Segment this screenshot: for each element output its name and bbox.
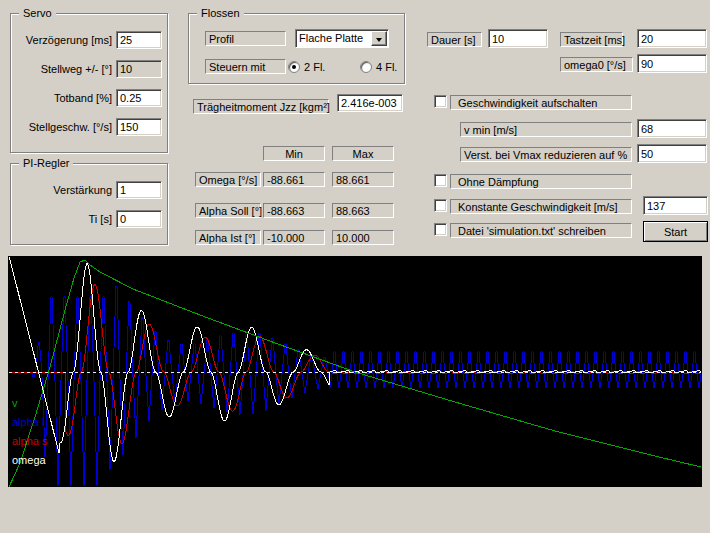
radio-2fl[interactable]: [288, 61, 300, 73]
radio-2fl-label[interactable]: 2 Fl.: [304, 61, 325, 74]
profil-label: Profil: [205, 31, 286, 46]
stellweg-input: [116, 60, 162, 78]
totband-label: Totband [%]: [8, 92, 112, 105]
pi-regler-group: PI-Regler: [10, 163, 168, 245]
verst-label: Verst. bei Vmax reduzieren auf %: [460, 147, 632, 162]
traegheitmoment-input[interactable]: [337, 94, 403, 112]
verzoegerung-label: Verzögerung [ms]: [8, 34, 112, 47]
alpha-ist-max-value: 10.000: [332, 230, 394, 245]
alpha-soll-min-value: -88.663: [263, 203, 325, 218]
servo-group-title: Servo: [19, 7, 56, 20]
profil-dropdown-value: Flache Platte: [299, 32, 363, 45]
datei-checkbox-label[interactable]: Datei 'simulation.txt' schreiben: [450, 223, 632, 238]
ti-label: Ti [s]: [8, 213, 112, 226]
simulation-plot: valpha ialpha somega: [8, 256, 702, 487]
geschwindigkeit-checkbox-label[interactable]: Geschwindigkeit aufschalten: [450, 95, 632, 110]
flossen-group-title: Flossen: [197, 7, 244, 20]
omega0-label: omega0 [°/s]: [560, 57, 633, 72]
verzoegerung-input[interactable]: [116, 31, 162, 49]
vmin-label: v min [m/s]: [460, 122, 632, 137]
simulation-window: { "servo": { "title": "Servo", "fields":…: [0, 0, 710, 533]
radio-4fl-label[interactable]: 4 Fl.: [376, 61, 397, 74]
profil-dropdown[interactable]: Flache Platte: [295, 29, 389, 48]
konstant-input[interactable]: [643, 196, 708, 215]
tastzeit-input[interactable]: [637, 29, 707, 48]
daempfung-checkbox-label[interactable]: Ohne Dämpfung: [450, 174, 632, 189]
chevron-down-icon: [376, 38, 382, 45]
totband-input[interactable]: [116, 89, 162, 107]
konstant-checkbox[interactable]: [434, 199, 447, 212]
stellweg-label: Stellweg +/- [°]: [8, 63, 112, 76]
stellgeschw-input[interactable]: [116, 118, 162, 136]
omega0-input[interactable]: [637, 54, 707, 73]
verstaerkung-input[interactable]: [116, 181, 162, 199]
verst-input[interactable]: [637, 144, 707, 163]
steuern-mit-label: Steuern mit: [205, 59, 286, 74]
minmax-header-min: Min: [263, 146, 325, 161]
ti-input[interactable]: [116, 210, 162, 228]
alpha-ist-row-label: Alpha Ist [°]: [195, 230, 261, 245]
traegheitmoment-label: Trägheitmoment Jzz [kgm²]: [193, 99, 329, 114]
radio-4fl[interactable]: [360, 61, 372, 73]
verstaerkung-label: Verstärkung: [8, 184, 112, 197]
alpha-soll-row-label: Alpha Soll [°]: [195, 203, 261, 218]
geschwindigkeit-checkbox[interactable]: [434, 95, 447, 108]
legend-alpha-i: alpha i: [12, 416, 44, 429]
legend-v: v: [12, 397, 18, 410]
vmin-input[interactable]: [637, 119, 707, 138]
alpha-ist-min-value: -10.000: [263, 230, 325, 245]
alpha-soll-max-value: 88.663: [332, 203, 394, 218]
omega-max-value: 88.661: [332, 172, 394, 187]
pi-regler-group-title: PI-Regler: [19, 157, 73, 170]
dauer-label: Dauer [s]: [427, 32, 482, 47]
datei-checkbox[interactable]: [434, 223, 447, 236]
start-button[interactable]: Start: [643, 221, 708, 242]
profil-dropdown-button[interactable]: [371, 31, 387, 46]
daempfung-checkbox[interactable]: [434, 174, 447, 187]
omega-min-value: -88.661: [263, 172, 325, 187]
konstant-checkbox-label[interactable]: Konstante Geschwindigkeit [m/s]: [450, 199, 632, 214]
minmax-header-max: Max: [332, 146, 394, 161]
legend-alpha-s: alpha s: [12, 435, 47, 448]
legend-omega: omega: [12, 454, 46, 467]
omega-row-label: Omega [°/s]: [195, 172, 261, 187]
stellgeschw-label: Stellgeschw. [°/s]: [4, 121, 112, 134]
dauer-input[interactable]: [488, 29, 548, 48]
tastzeit-label: Tastzeit [ms]: [560, 32, 623, 47]
